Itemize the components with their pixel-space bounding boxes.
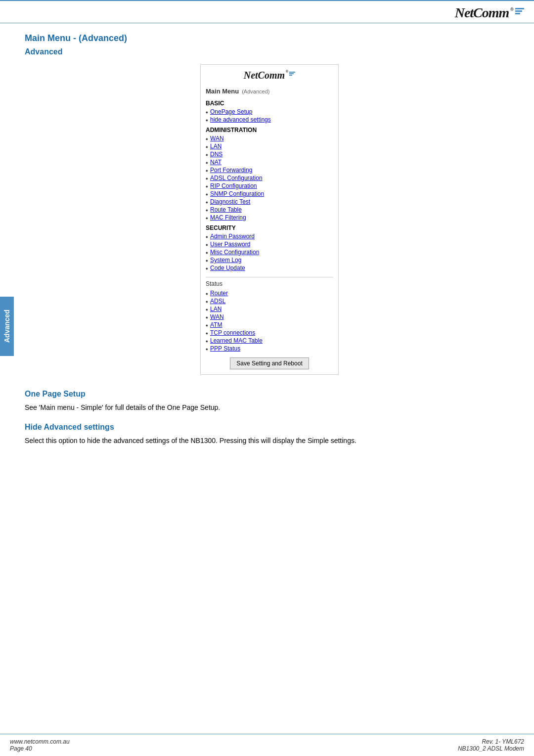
lan-status-link[interactable]: LAN [210, 306, 222, 312]
footer-page: Page 40 [10, 745, 70, 752]
menu-box: NetComm ® Main Menu (Advanced) BASIC One… [200, 64, 339, 375]
menu-logo-area: NetComm ® [206, 70, 333, 84]
list-item[interactable]: Learned MAC Table [206, 337, 333, 345]
menu-logo-text: NetComm [244, 70, 285, 81]
wan-status-link[interactable]: WAN [210, 313, 224, 320]
one-page-setup-body: See 'Main menu - Simple' for full detail… [25, 402, 514, 413]
list-item[interactable]: OnePage Setup [206, 108, 333, 116]
logo-decoration [515, 8, 524, 14]
section-title: Advanced [25, 47, 514, 56]
header-logo: NetComm ® [455, 5, 524, 21]
list-item[interactable]: System Log [206, 256, 333, 264]
status-menu-items: Router ADSL LAN WAN ATM TCP connections … [206, 289, 333, 353]
page-title: Main Menu - (Advanced) [25, 33, 514, 44]
list-item[interactable]: User Password [206, 240, 333, 248]
route-table-link[interactable]: Route Table [210, 206, 242, 213]
status-section: Status Router ADSL LAN WAN ATM TCP conne… [206, 277, 333, 353]
menu-main-title: Main Menu [206, 88, 239, 95]
list-item[interactable]: NAT [206, 158, 333, 166]
rip-config-link[interactable]: RIP Configuration [210, 182, 257, 189]
list-item[interactable]: Port Forwarding [206, 166, 333, 174]
lan-link[interactable]: LAN [210, 143, 222, 150]
menu-registered-symbol: ® [286, 70, 288, 73]
hide-advanced-link[interactable]: hide advanced settings [210, 116, 271, 123]
list-item[interactable]: Code Update [206, 264, 333, 272]
misc-config-link[interactable]: Misc Configuration [210, 249, 259, 256]
list-item[interactable]: MAC Filtering [206, 214, 333, 222]
list-item[interactable]: LAN [206, 142, 333, 150]
list-item[interactable]: LAN [206, 305, 333, 313]
one-page-setup-section: One Page Setup See 'Main menu - Simple' … [25, 390, 514, 413]
registered-symbol: ® [510, 7, 514, 12]
mac-filtering-link[interactable]: MAC Filtering [210, 214, 246, 221]
list-item[interactable]: PPP Status [206, 345, 333, 353]
basic-menu-items: OnePage Setup hide advanced settings [206, 108, 333, 124]
netcomm-logo-text: NetComm [455, 5, 509, 21]
menu-logo-decoration [289, 72, 295, 76]
list-item[interactable]: Route Table [206, 206, 333, 214]
snmp-config-link[interactable]: SNMP Configuration [210, 190, 264, 197]
router-link[interactable]: Router [210, 290, 228, 297]
onepage-setup-link[interactable]: OnePage Setup [210, 108, 252, 115]
admin-menu-items: WAN LAN DNS NAT Port Forwarding ADSL Con… [206, 134, 333, 222]
list-item[interactable]: ADSL Configuration [206, 174, 333, 182]
hide-advanced-title: Hide Advanced settings [25, 423, 514, 432]
status-section-header: Status [206, 280, 333, 287]
list-item[interactable]: RIP Configuration [206, 182, 333, 190]
list-item[interactable]: Misc Configuration [206, 248, 333, 256]
list-item[interactable]: ADSL [206, 297, 333, 305]
adsl-config-link[interactable]: ADSL Configuration [210, 175, 263, 181]
list-item[interactable]: Diagnostic Test [206, 198, 333, 206]
list-item[interactable]: Router [206, 289, 333, 297]
one-page-setup-title: One Page Setup [25, 390, 514, 399]
user-password-link[interactable]: User Password [210, 241, 250, 248]
footer-revision: Rev. 1- YML672 [482, 738, 524, 745]
footer-left: www.netcomm.com.au Page 40 [10, 738, 70, 752]
hide-advanced-section: Hide Advanced settings Select this optio… [25, 423, 514, 446]
menu-advanced-label: (Advanced) [242, 89, 269, 94]
footer-product: NB1300_2 ADSL Modem [458, 745, 524, 752]
system-log-link[interactable]: System Log [210, 257, 241, 264]
wan-link[interactable]: WAN [210, 135, 224, 142]
footer: www.netcomm.com.au Page 40 Rev. 1- YML67… [0, 734, 534, 756]
list-item[interactable]: WAN [206, 313, 333, 321]
sidebar-label: Advanced [0, 297, 14, 356]
basic-section-header: BASIC [206, 100, 333, 107]
ppp-status-link[interactable]: PPP Status [210, 345, 240, 352]
code-update-link[interactable]: Code Update [210, 265, 245, 271]
header: NetComm ® [0, 1, 534, 23]
learned-mac-link[interactable]: Learned MAC Table [210, 337, 263, 344]
save-setting-reboot-button[interactable]: Save Setting and Reboot [230, 357, 309, 369]
hide-advanced-body: Select this option to hide the advanced … [25, 436, 514, 446]
list-item[interactable]: ATM [206, 321, 333, 329]
security-menu-items: Admin Password User Password Misc Config… [206, 232, 333, 272]
list-item[interactable]: WAN [206, 134, 333, 142]
tcp-connections-link[interactable]: TCP connections [210, 329, 255, 336]
main-content: Main Menu - (Advanced) Advanced NetComm … [0, 23, 534, 466]
save-button-container: Save Setting and Reboot [206, 357, 333, 369]
dns-link[interactable]: DNS [210, 151, 222, 158]
list-item[interactable]: Admin Password [206, 232, 333, 240]
diagnostic-test-link[interactable]: Diagnostic Test [210, 198, 250, 205]
admin-password-link[interactable]: Admin Password [210, 233, 255, 240]
list-item[interactable]: TCP connections [206, 329, 333, 337]
list-item[interactable]: DNS [206, 150, 333, 158]
security-section-header: SECURITY [206, 224, 333, 231]
admin-section-header: ADMINISTRATION [206, 127, 333, 133]
footer-right: Rev. 1- YML672 NB1300_2 ADSL Modem [458, 738, 524, 752]
footer-website: www.netcomm.com.au [10, 738, 70, 745]
nat-link[interactable]: NAT [210, 159, 222, 166]
list-item[interactable]: hide advanced settings [206, 116, 333, 124]
list-item[interactable]: SNMP Configuration [206, 190, 333, 198]
menu-logo-wrapper: NetComm ® [244, 70, 296, 81]
adsl-status-link[interactable]: ADSL [210, 298, 225, 305]
port-forwarding-link[interactable]: Port Forwarding [210, 167, 252, 174]
atm-status-link[interactable]: ATM [210, 321, 222, 328]
